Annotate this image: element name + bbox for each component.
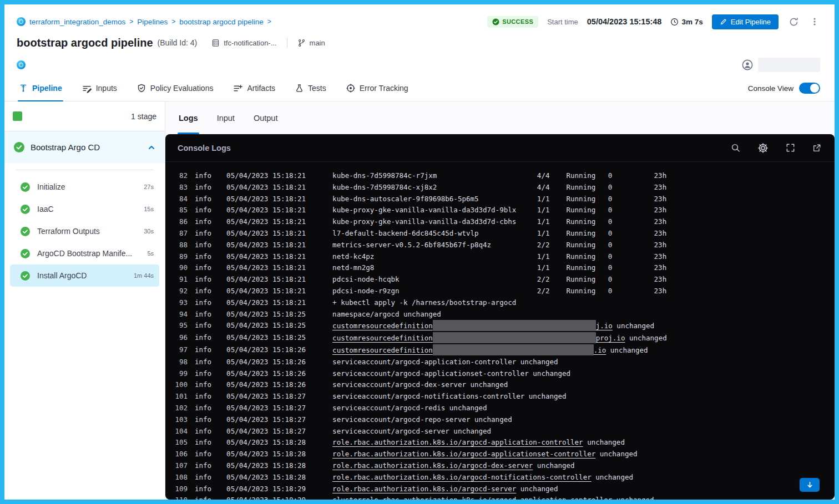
log-line: 107info05/04/2023 15:18:28role.rbac.auth… <box>173 460 835 472</box>
log-timestamp: 05/04/2023 15:18:21 <box>226 286 306 297</box>
log-message: serviceaccount/argocd-notifications-cont… <box>332 391 566 403</box>
log-level: info <box>195 437 211 449</box>
log-line-number: 82 <box>173 170 188 182</box>
breadcrumb-separator: > <box>267 18 271 26</box>
step-name: Terraform Outputs <box>37 227 100 236</box>
log-level: info <box>195 483 211 495</box>
breadcrumb-pipeline[interactable]: bootstrap argocd pipeline <box>179 18 264 26</box>
log-timestamp: 05/04/2023 15:18:21 <box>226 274 306 286</box>
log-timestamp: 05/04/2023 15:18:26 <box>226 379 306 391</box>
edit-pipeline-button[interactable]: Edit Pipeline <box>712 14 779 29</box>
log-tab-input[interactable]: Input <box>217 101 235 134</box>
log-resource-link[interactable]: customresourcedefinition <box>332 322 433 330</box>
tab-inputs[interactable]: Inputs <box>82 75 117 101</box>
harness-logo-icon <box>17 17 26 26</box>
page-header: terraform_integration_demos > Pipelines … <box>4 4 835 73</box>
log-line-number: 96 <box>173 332 188 344</box>
more-options-button[interactable] <box>809 16 820 28</box>
log-text: unchanged <box>533 461 574 470</box>
log-resource-link[interactable]: clusterrole.rbac.authorization.k8s.io/ar… <box>332 496 612 500</box>
log-line: 105info05/04/2023 15:18:28role.rbac.auth… <box>173 437 835 449</box>
log-line: 104info05/04/2023 15:18:27serviceaccount… <box>173 426 835 437</box>
stage-row-bootstrap-argo-cd[interactable]: Bootstrap Argo CD <box>4 131 165 163</box>
log-resource-link[interactable]: j.io <box>596 322 613 330</box>
log-line: 91info05/04/2023 15:18:21pdcsi-node-hcqb… <box>173 274 835 286</box>
log-resource-link[interactable]: role.rbac.authorization.k8s.io/argocd-se… <box>332 485 516 493</box>
tab-pipeline[interactable]: Pipeline <box>19 75 62 101</box>
log-tab-output[interactable]: Output <box>254 101 278 134</box>
step-duration: 15s <box>144 206 154 212</box>
stage-status-square-icon <box>13 111 22 121</box>
tab-artifacts[interactable]: Artifacts <box>233 75 275 101</box>
log-line: 98info05/04/2023 15:18:26serviceaccount/… <box>173 357 835 368</box>
tab-error-tracking[interactable]: Error Tracking <box>346 75 408 101</box>
breadcrumb-pipelines[interactable]: Pipelines <box>137 18 168 26</box>
log-line-number: 101 <box>173 391 188 403</box>
log-resource-link[interactable]: proj.io <box>596 334 625 342</box>
log-resource-link[interactable]: role.rbac.authorization.k8s.io/argocd-ap… <box>332 450 595 458</box>
tab-label: Policy Evaluations <box>150 84 214 93</box>
refresh-button[interactable] <box>787 16 800 28</box>
tab-tests[interactable]: Tests <box>295 75 326 101</box>
log-line: 87info05/04/2023 15:18:21l7-default-back… <box>173 228 835 240</box>
log-resource-link[interactable]: role.rbac.authorization.k8s.io/argocd-ap… <box>332 438 583 446</box>
step-terraform-outputs[interactable]: Terraform Outputs30s <box>10 220 159 242</box>
log-line-number: 99 <box>173 368 188 380</box>
console-title: Console Logs <box>178 144 231 152</box>
log-message: pdcsi-node-r9zgn 2/2 Running 0 23h <box>332 286 666 297</box>
open-in-new-button[interactable] <box>811 142 822 154</box>
log-resource-link[interactable]: role.rbac.authorization.k8s.io/argocd-no… <box>332 473 592 481</box>
fullscreen-button[interactable] <box>785 142 796 154</box>
log-line-number: 93 <box>173 297 188 309</box>
log-message: role.rbac.authorization.k8s.io/argocd-ap… <box>332 449 637 460</box>
step-duration: 30s <box>144 228 154 235</box>
log-timestamp: 05/04/2023 15:18:21 <box>226 297 306 309</box>
log-resource-link[interactable]: .io <box>594 346 606 354</box>
branch-chip[interactable]: main <box>297 39 325 47</box>
settings-button[interactable] <box>756 141 770 155</box>
log-timestamp: 05/04/2023 15:18:21 <box>226 251 306 263</box>
log-timestamp: 05/04/2023 15:18:21 <box>226 240 306 251</box>
log-line-number: 108 <box>173 472 188 483</box>
log-line: 108info05/04/2023 15:18:28role.rbac.auth… <box>173 472 835 483</box>
harness-pipeline-app: terraform_integration_demos > Pipelines … <box>4 4 835 500</box>
chevron-up-icon[interactable] <box>148 144 155 151</box>
user-avatar-icon[interactable] <box>742 59 753 70</box>
log-message: kube-dns-autoscaler-9f89698b6-5p6m5 1/1 … <box>332 194 666 205</box>
repo-chip[interactable]: tfc-notification-... <box>211 39 276 47</box>
step-argocd-bootstrap-manife[interactable]: ArgoCD Bootstrap Manife...5s <box>10 242 159 264</box>
search-icon <box>731 143 740 152</box>
log-message: kube-proxy-gke-vanilla-vanilla-da3d3d7d-… <box>332 205 666 216</box>
step-name: Install ArgoCD <box>37 271 87 280</box>
tab-policy-evaluations[interactable]: Policy Evaluations <box>137 75 214 101</box>
step-iaac[interactable]: IaaC15s <box>10 198 159 220</box>
console-view-toggle[interactable] <box>799 83 820 94</box>
harness-module-icon[interactable] <box>17 60 26 69</box>
search-button[interactable] <box>730 142 741 154</box>
open-in-new-icon <box>812 144 821 152</box>
log-timestamp: 05/04/2023 15:18:26 <box>226 344 306 357</box>
log-line-number: 84 <box>173 194 188 205</box>
log-resource-link[interactable]: customresourcedefinition <box>332 346 433 354</box>
log-level: info <box>195 216 211 228</box>
settings-icon <box>757 142 769 154</box>
log-timestamp: 05/04/2023 15:18:27 <box>226 426 306 437</box>
log-level: info <box>195 344 211 357</box>
breadcrumb-project[interactable]: terraform_integration_demos <box>29 18 125 26</box>
log-resource-link[interactable]: role.rbac.authorization.k8s.io/argocd-de… <box>332 461 533 470</box>
log-line-number: 103 <box>173 414 188 426</box>
log-message: role.rbac.authorization.k8s.io/argocd-ap… <box>332 437 625 449</box>
log-level: info <box>195 472 211 483</box>
step-install-argocd[interactable]: Install ArgoCD1m 44s <box>10 264 159 287</box>
check-circle-icon <box>21 271 30 281</box>
log-line-number: 106 <box>173 449 188 460</box>
log-text: unchanged <box>606 346 648 354</box>
log-resource-link[interactable]: customresourcedefinition <box>332 334 433 342</box>
log-line-number: 102 <box>173 403 188 414</box>
log-tab-logs[interactable]: Logs <box>179 101 198 134</box>
log-panel-tabs: LogsInputOutput <box>165 101 835 134</box>
console-log-output[interactable]: 82info05/04/2023 15:18:21kube-dns-7d5998… <box>165 162 835 500</box>
step-initialize[interactable]: Initialize27s <box>10 176 159 198</box>
scroll-to-bottom-button[interactable] <box>800 478 820 492</box>
log-message: + kubectl apply -k /harness/bootstrap-ar… <box>332 297 516 309</box>
